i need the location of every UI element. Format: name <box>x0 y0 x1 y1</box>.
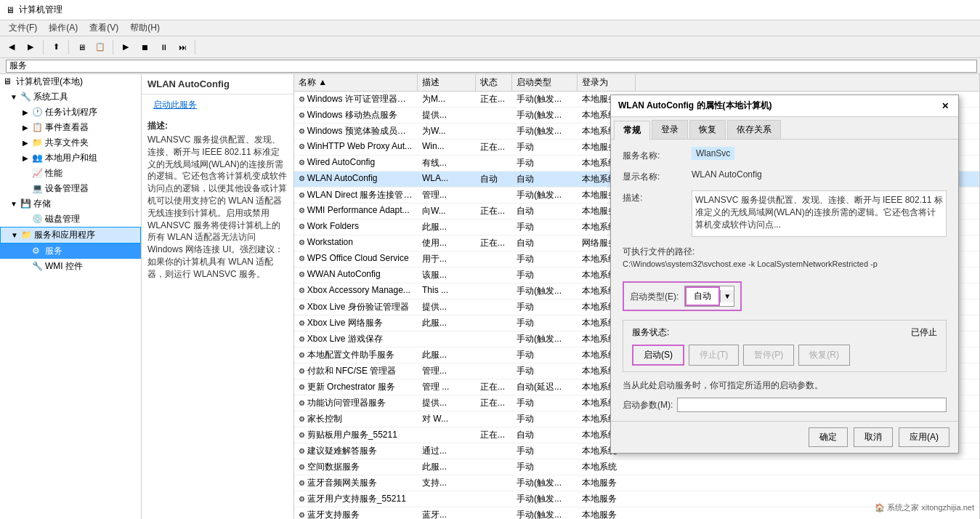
start-type-row: 启动类型(E): 自动 ▼ <box>623 281 742 311</box>
cell-name: ⚙ WPS Office Cloud Service <box>294 252 418 267</box>
tree-root[interactable]: 🖥 计算机管理(本地) <box>0 74 141 89</box>
tab-dependencies[interactable]: 依存关系 <box>727 120 781 139</box>
watermark-text: 🏠 系统之家 <box>875 503 919 512</box>
cell-status <box>476 363 512 379</box>
cell-status: 正在... <box>476 427 512 443</box>
service-icon: ⚙ <box>299 286 307 294</box>
tab-general[interactable]: 常规 <box>614 121 650 140</box>
cell-name: ⚙ Xbox Accessory Manage... <box>294 283 418 299</box>
ok-button[interactable]: 确定 <box>809 427 848 447</box>
start-type-dropdown-arrow[interactable]: ▼ <box>720 290 734 302</box>
expand-icon: ▶ <box>20 154 31 162</box>
col-status-header[interactable]: 状态 <box>476 74 512 91</box>
cell-start-type: 手动(触发... <box>512 108 578 123</box>
forward-button[interactable]: ▶ <box>22 39 39 55</box>
sidebar-item-storage[interactable]: ▼ 💾 存储 <box>0 196 141 212</box>
menu-item-文件(F)[interactable]: 文件(F) <box>3 20 43 36</box>
pause-service-button[interactable]: ⏸ <box>155 39 172 55</box>
cell-name: ⚙ 蓝牙用户支持服务_55211 <box>294 491 418 507</box>
sidebar-item-shared-folders[interactable]: ▶ 📁 共享文件夹 <box>0 135 141 150</box>
cell-desc <box>418 427 476 443</box>
stop-service-button[interactable]: ⏹ <box>136 39 153 55</box>
show-console-button[interactable]: 🖥 <box>73 39 90 55</box>
cell-start-type: 手动(触发... <box>512 124 578 139</box>
cell-desc: 有线... <box>418 156 476 171</box>
apply-button[interactable]: 应用(A) <box>899 427 949 447</box>
col-desc-header[interactable]: 描述 <box>418 74 476 91</box>
path-row: 可执行文件的路径: C:\Windows\system32\svchost.ex… <box>623 244 947 268</box>
desc-label: 描述: <box>623 190 692 204</box>
cell-name: ⚙ Xbox Live 网络服务 <box>294 315 418 331</box>
sidebar-item-disk-management[interactable]: 💿 磁盘管理 <box>0 212 141 227</box>
cell-name: ⚙ 家长控制 <box>294 411 418 427</box>
cell-desc: 提供... <box>418 299 476 315</box>
stop-button[interactable]: 停止(T) <box>689 345 739 366</box>
sidebar-item-services-apps[interactable]: ▼ 📁 服务和应用程序 <box>0 227 141 244</box>
display-name-label: 显示名称: <box>623 169 692 183</box>
cell-status <box>476 491 512 507</box>
cell-name: ⚙ 蓝牙音频网关服务 <box>294 475 418 491</box>
cell-start-type: 手动 <box>512 156 578 171</box>
param-input[interactable] <box>677 398 947 412</box>
expand-icon: ▼ <box>9 200 19 208</box>
service-name-label: 服务名称: <box>623 148 692 162</box>
sidebar-item-device-manager[interactable]: 💻 设备管理器 <box>0 181 141 196</box>
cell-status <box>476 331 512 347</box>
cell-status <box>476 459 512 475</box>
sidebar-item-local-users[interactable]: ▶ 👥 本地用户和组 <box>0 150 141 166</box>
sidebar-item-system-tools[interactable]: ▼ 🔧 系统工具 <box>0 89 141 105</box>
up-button[interactable]: ⬆ <box>47 39 65 55</box>
service-name-row: 服务名称: WlanSvc <box>623 148 947 162</box>
clock-icon: 🕐 <box>32 107 44 118</box>
desc-box: WLANSVC 服务提供配置、发现、连接、断开与 IEEE 802.11 标准定… <box>692 190 947 237</box>
cell-status: 正在... <box>476 204 512 219</box>
start-type-label: 启动类型(E): <box>630 289 679 303</box>
cell-start-type: 手动 <box>512 140 578 155</box>
cell-name: ⚙ Work Folders <box>294 220 418 235</box>
sidebar-item-wmi[interactable]: 🔧 WMI 控件 <box>0 259 141 274</box>
col-start-header[interactable]: 启动类型 <box>512 74 578 91</box>
wmi-label: WMI 控件 <box>45 260 83 273</box>
service-icon: ⚙ <box>299 351 307 359</box>
new-window-button[interactable]: 📋 <box>92 39 109 55</box>
service-icon: ⚙ <box>299 479 307 487</box>
folder-icon: 📁 <box>32 137 44 149</box>
tree-root-label: 计算机管理(本地) <box>16 76 83 88</box>
menu-item-操作(A)[interactable]: 操作(A) <box>43 20 84 36</box>
restore-button[interactable]: 恢复(R) <box>798 345 850 366</box>
sidebar-item-event-viewer[interactable]: ▶ 📋 事件查看器 <box>0 120 141 135</box>
tab-recovery[interactable]: 恢复 <box>689 120 726 139</box>
dialog-close-button[interactable]: ✕ <box>939 100 951 112</box>
start-button[interactable]: 启动(S) <box>632 345 684 366</box>
cell-status <box>476 443 512 459</box>
pause-button[interactable]: 暂停(P) <box>743 345 794 366</box>
table-row[interactable]: ⚙ 蓝牙音频网关服务支持...手动(触发...本地服务 <box>294 475 979 491</box>
status-value: 已停止 <box>911 326 937 339</box>
address-input[interactable] <box>6 60 977 73</box>
cell-name: ⚙ 更新 Orchestrator 服务 <box>294 379 418 395</box>
cancel-button[interactable]: 取消 <box>854 427 893 447</box>
start-service-button[interactable]: ▶ <box>117 39 134 55</box>
cell-desc: 提供... <box>418 108 476 123</box>
cell-status: 正在... <box>476 236 512 251</box>
cell-start-type: 自动 <box>512 172 578 187</box>
resume-service-button[interactable]: ⏭ <box>174 39 191 55</box>
sidebar-item-task-scheduler[interactable]: ▶ 🕐 任务计划程序 <box>0 105 141 120</box>
cell-desc: 使用... <box>418 236 476 251</box>
cell-status <box>476 124 512 139</box>
event-icon: 📋 <box>32 122 44 134</box>
sidebar-item-performance[interactable]: 📈 性能 <box>0 166 141 181</box>
back-button[interactable]: ◀ <box>3 39 20 55</box>
cell-start-type: 手动 <box>512 363 578 379</box>
tab-login[interactable]: 登录 <box>652 120 688 139</box>
sidebar-item-services[interactable]: ⚙ 服务 <box>0 244 141 259</box>
col-login-header[interactable]: 登录为 <box>578 74 636 91</box>
start-service-link[interactable]: 启动此服务 <box>147 97 288 113</box>
menu-item-帮助(H)[interactable]: 帮助(H) <box>124 20 166 36</box>
table-row[interactable]: ⚙ 空间数据服务此服...手动本地系统 <box>294 459 979 475</box>
service-icon: ⚙ <box>299 399 307 407</box>
menu-item-查看(V)[interactable]: 查看(V) <box>84 20 124 36</box>
col-name-header[interactable]: 名称 ▲ <box>294 74 418 91</box>
cell-start-type: 自动 <box>512 204 578 219</box>
service-icon: ⚙ <box>299 511 307 519</box>
